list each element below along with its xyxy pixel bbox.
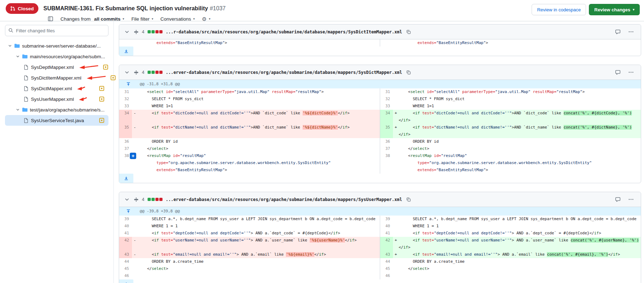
line-number[interactable]: 35 (380, 124, 393, 138)
file-status-square-icon[interactable] (99, 97, 104, 102)
line-number[interactable]: 41 (119, 230, 132, 237)
collapse-diff-chevron-button[interactable] (123, 196, 131, 203)
diff-row: 39 SELECT a.*, b.dept_name FROM sys_user… (119, 216, 641, 223)
line-number[interactable]: 45 (380, 265, 393, 272)
hunk-header-text: @@ -39,8 +39,8 @@ (138, 208, 180, 215)
line-number[interactable]: 31 (119, 88, 132, 96)
file-status-square-icon[interactable] (99, 118, 104, 123)
file-kebab-menu-button[interactable] (628, 69, 634, 76)
line-number[interactable]: 39 (119, 216, 132, 223)
tree-folder-submarine-server-server-database[interactable]: submarine-server/server-database/... (5, 40, 108, 51)
code-line: <select id="selectAll" parameterType="ja… (399, 88, 641, 96)
pr-header: Closed SUBMARINE-1361. Fix Submarine SQL… (0, 0, 644, 21)
expand-diff-down-button[interactable] (119, 279, 133, 283)
diff-marker: + (393, 237, 399, 251)
file-filter-menu[interactable]: File filter▾ (131, 16, 153, 22)
diff-marker: + (393, 110, 399, 124)
expand-diff-down-button[interactable] (119, 174, 133, 183)
tree-file-sysdictitemmapper-xml[interactable]: SysDictItemMapper.xml (5, 72, 108, 83)
tree-file-sysusermapper-xml[interactable]: SysUserMapper.xml (5, 94, 108, 104)
gear-icon: ⚙ (202, 16, 207, 22)
chevron-down-icon[interactable] (16, 108, 20, 112)
hunk-header-text: @@ -31,8 +31,8 @@ (138, 81, 180, 88)
drag-handle-icon[interactable] (134, 197, 139, 202)
line-number[interactable]: 43 (380, 251, 393, 258)
line-number[interactable]: 44 (119, 258, 132, 265)
line-number[interactable]: 37 (380, 145, 393, 152)
code-line: <if test="dictCode!=null and dictCode!='… (399, 110, 641, 124)
diff-marker (132, 103, 138, 110)
code-line: ORDER BY a.create_time (138, 258, 380, 265)
diff-settings-gear-menu[interactable]: ⚙▾ (202, 16, 211, 22)
file-comment-button[interactable] (614, 28, 621, 35)
changes-from-menu[interactable]: Changes from all commits▾ (60, 16, 124, 22)
diff-right-cell: 45 </select> (380, 265, 641, 272)
line-number[interactable]: 38 (380, 152, 393, 174)
file-kebab-menu-button[interactable] (628, 28, 634, 35)
tree-folder-test-java-org-apache-submarine-s[interactable]: test/java/org/apache/submarine/s... (5, 104, 108, 115)
line-number[interactable]: 46 (119, 272, 132, 279)
line-number[interactable]: 34 (119, 110, 132, 124)
sidebar-toggle-button[interactable] (48, 16, 53, 22)
collapse-diff-chevron-button[interactable] (123, 69, 131, 76)
expand-hunk-up-button[interactable] (119, 207, 138, 216)
file-comment-button[interactable] (614, 69, 621, 76)
file-comment-button[interactable] (614, 196, 621, 203)
line-number[interactable]: 31 (380, 88, 393, 96)
expand-diff-down-button[interactable] (119, 47, 133, 56)
line-number[interactable]: 37 (119, 145, 132, 152)
file-header-actions (614, 69, 637, 76)
add-line-comment-button[interactable]: + (130, 153, 136, 159)
tree-file-sysuserservicetest-java[interactable]: SysUserServiceTest.java (5, 115, 108, 126)
expand-hunk-up-button[interactable] (119, 80, 138, 88)
line-number[interactable] (119, 39, 132, 47)
diff-panels: 4...r-database/src/main/resources/org/ap… (114, 21, 644, 283)
line-number[interactable]: 40 (380, 223, 393, 230)
tree-folder-main-resources-org-apache-subm[interactable]: main/resources/org/apache/subm... (5, 51, 108, 62)
tree-file-sysdeptmapper-xml[interactable]: SysDeptMapper.xml (5, 62, 108, 72)
line-number[interactable]: 35 (119, 124, 132, 138)
copy-path-button[interactable] (405, 29, 412, 35)
chevron-down-icon[interactable] (16, 54, 20, 59)
copy-path-button[interactable] (405, 196, 412, 203)
line-number[interactable]: 36 (119, 138, 132, 145)
line-number[interactable]: 39 (380, 216, 393, 223)
conversations-menu[interactable]: Conversations▾ (160, 16, 195, 22)
line-number[interactable]: 40 (119, 223, 132, 230)
copy-path-button[interactable] (405, 69, 412, 76)
file-status-square-icon[interactable] (103, 65, 108, 70)
line-number[interactable]: 34 (380, 110, 393, 124)
line-number[interactable]: 32 (119, 96, 132, 103)
line-number[interactable] (380, 39, 393, 47)
line-number[interactable]: 43 (119, 251, 132, 258)
diff-marker: - (132, 110, 138, 124)
line-number[interactable]: 41 (380, 230, 393, 237)
line-number[interactable]: 42 (380, 237, 393, 251)
line-number[interactable]: 45 (119, 265, 132, 272)
drag-handle-icon[interactable] (134, 29, 139, 34)
pr-status-badge: Closed (6, 3, 38, 14)
diff-row: 36 ORDER BY id36 ORDER BY id (119, 138, 641, 145)
line-number[interactable]: 36 (380, 138, 393, 145)
diff-marker (393, 223, 399, 230)
line-number[interactable]: 32 (380, 96, 393, 103)
review-in-codespace-button[interactable]: Review in codespace (532, 4, 586, 15)
line-number[interactable]: 33 (119, 103, 132, 110)
code-line: </select> (399, 265, 641, 272)
line-number[interactable]: 33 (380, 103, 393, 110)
collapse-diff-chevron-button[interactable] (123, 28, 131, 36)
line-number[interactable]: 46 (380, 272, 393, 279)
file-kebab-menu-button[interactable] (628, 196, 634, 203)
tree-file-sysdictmapper-xml[interactable]: SysDictMapper.xml (5, 83, 108, 94)
filter-changed-files-input[interactable] (5, 25, 108, 36)
line-number[interactable]: 44 (380, 258, 393, 265)
diff-marker: + (393, 124, 399, 138)
line-number[interactable]: 42 (119, 237, 132, 251)
chevron-down-icon[interactable] (8, 44, 12, 48)
file-status-square-icon[interactable] (99, 86, 104, 91)
diff-file-section: 4...erver-database/src/main/resources/or… (119, 65, 641, 183)
tree-item-label: submarine-server/server-database/... (22, 43, 101, 49)
drag-handle-icon[interactable] (134, 70, 139, 75)
file-icon (23, 86, 29, 91)
review-changes-button[interactable]: Review changes▾ (589, 4, 640, 15)
